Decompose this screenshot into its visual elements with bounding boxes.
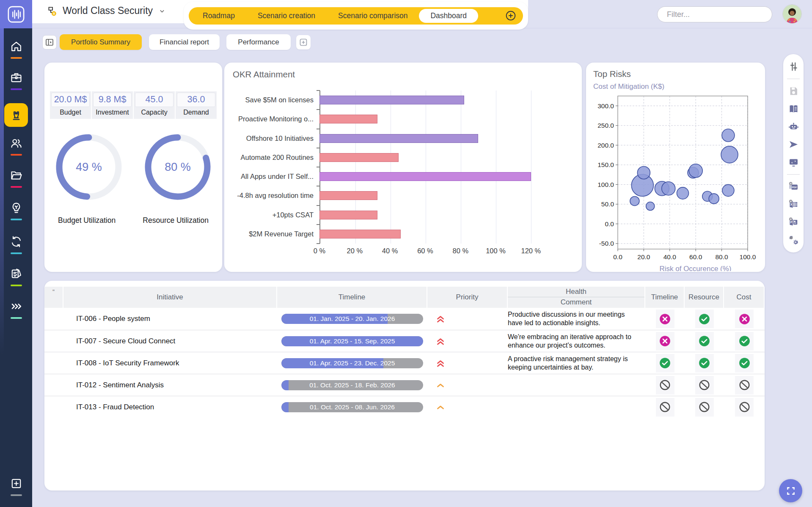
health-good-icon[interactable] [699,357,710,369]
fullscreen-button[interactable] [779,479,802,502]
app-logo[interactable] [0,0,32,28]
okr-bar[interactable] [319,211,377,219]
tab-dashboard[interactable]: Dashboard [419,9,478,23]
timeline-bar[interactable]: 01. Oct. 2025 - 08. Jun. 2026 [281,402,423,412]
okr-bar[interactable] [319,191,377,200]
priority-cell[interactable] [427,308,508,330]
timeline-column-header[interactable]: Timeline [277,287,427,308]
sidebar-item-folder-open[interactable] [0,169,32,188]
risk-bubble[interactable] [689,164,702,178]
tab-roadmap[interactable]: Roadmap [191,9,246,23]
health-comment-column-header[interactable]: Health Comment [508,287,645,308]
kpi-tile-capacity[interactable]: 45.0 Capacity [134,91,175,119]
initiative-column-header[interactable]: Initiative [63,287,277,308]
priority-cell[interactable] [427,352,508,374]
health-none-icon[interactable] [699,379,710,391]
sidebar-item-add[interactable] [0,477,32,496]
health-none-icon[interactable] [739,379,750,391]
filter-input[interactable] [657,6,772,22]
tab-scenario-comparison[interactable]: Scenario comparison [327,9,419,23]
okr-bar[interactable] [319,115,377,123]
export-excel-icon[interactable]: X [788,199,799,210]
health-comment[interactable]: A proactive risk management strategy is … [508,352,645,374]
table-row[interactable]: IT-006 - People system 01. Jan. 2025 - 2… [44,308,765,330]
health-bad-icon[interactable] [659,335,671,347]
health-cost-column-header[interactable]: Cost [724,287,765,308]
tune-icon[interactable] [788,61,799,72]
sidebar-item-lightbulb[interactable] [0,201,32,220]
table-row[interactable]: IT-012 - Sentiment Analysis 01. Oct. 202… [44,374,765,396]
subtab-performance[interactable]: Performance [226,34,291,50]
health-good-icon[interactable] [739,335,750,347]
initiative-name[interactable]: IT-006 - People system [63,308,277,330]
export-pdf-icon[interactable]: PDF [788,181,799,192]
health-good-icon[interactable] [699,335,710,347]
sidebar-item-triple-chevron[interactable] [0,300,32,319]
sidebar-item-briefcase[interactable] [0,71,32,90]
sidebar-item-home[interactable] [0,40,32,59]
tab-scenario-creation[interactable]: Scenario creation [246,9,327,23]
okr-bar[interactable] [319,153,399,162]
integration-settings-icon[interactable] [788,234,799,246]
okr-bar[interactable] [319,230,401,238]
kpi-tile-demand[interactable]: 36.0 Demand [176,91,217,119]
timeline-bar[interactable]: 01. Oct. 2025 - 18. Feb. 2026 [281,380,423,390]
health-none-icon[interactable] [739,401,750,413]
initiative-name[interactable]: IT-008 - IoT Security Framework [63,352,277,374]
risk-bubble[interactable] [709,194,719,204]
risk-bubble[interactable] [630,196,639,206]
risk-bubble[interactable] [662,182,675,195]
add-tab-icon[interactable] [505,10,516,21]
health-comment[interactable]: Productive discussions in our meetings h… [508,308,645,330]
export-powerpoint-icon[interactable]: P [788,217,799,228]
risk-bubble[interactable] [721,146,738,163]
table-row[interactable]: IT-007 - Secure Cloud Connect 01. Apr. 2… [44,330,765,352]
robot-icon[interactable] [788,121,799,132]
health-resource-column-header[interactable]: Resource [685,287,724,308]
sidebar-item-people[interactable] [0,137,32,156]
health-good-icon[interactable] [739,357,750,369]
priority-cell[interactable] [427,330,508,352]
health-comment[interactable] [508,396,645,418]
health-none-icon[interactable] [659,401,671,413]
initiative-name[interactable]: IT-012 - Sentiment Analysis [63,374,277,396]
risk-bubble[interactable] [722,184,734,196]
presentation-icon[interactable] [788,156,799,168]
health-comment[interactable]: We're embracing an iterative approach to… [508,330,645,352]
risk-bubble[interactable] [677,187,689,199]
risk-bubble[interactable] [646,202,655,211]
risk-bubble[interactable] [637,166,650,179]
initiative-name[interactable]: IT-013 - Fraud Detection [63,396,277,418]
add-view-button[interactable] [296,35,311,49]
book-icon[interactable] [788,103,799,115]
okr-bar[interactable] [319,172,531,181]
sidebar-item-clipboard-check[interactable] [0,267,32,286]
health-timeline-column-header[interactable]: Timeline [645,287,685,308]
kpi-tile-investment[interactable]: 9.8 M$ Investment [92,91,133,119]
table-row[interactable]: IT-008 - IoT Security Framework 01. Apr.… [44,352,765,374]
avatar[interactable] [782,4,802,24]
timeline-bar[interactable]: 01. Apr. 2025 - 23. Dec. 2025 [281,358,423,368]
priority-cell[interactable] [427,396,508,418]
health-bad-icon[interactable] [739,313,750,325]
initiative-name[interactable]: IT-007 - Secure Cloud Connect [63,330,277,352]
sidebar-item-strategy-chess[interactable] [0,103,32,127]
health-bad-icon[interactable] [659,313,671,325]
subtab-portfolio-summary[interactable]: Portfolio Summary [60,34,142,50]
health-good-icon[interactable] [659,357,671,369]
risk-bubble[interactable] [722,129,735,142]
priority-column-header[interactable]: Priority [427,287,508,308]
save-icon[interactable] [788,85,799,97]
expander-column-header[interactable]: " [44,287,63,308]
health-none-icon[interactable] [659,379,671,391]
okr-bar[interactable] [319,96,464,104]
send-icon[interactable] [788,139,799,150]
kpi-tile-budget[interactable]: 20.0 M$ Budget [50,91,91,119]
sidebar-item-sync[interactable] [0,235,32,254]
subtab-financial-report[interactable]: Financial report [149,34,220,50]
portfolio-switcher[interactable]: World Class Security [47,5,166,16]
table-row[interactable]: IT-013 - Fraud Detection 01. Oct. 2025 -… [44,396,765,418]
health-comment[interactable] [508,374,645,396]
timeline-bar[interactable]: 01. Apr. 2025 - 15. Sep. 2025 [281,336,423,346]
okr-bar[interactable] [319,134,478,143]
